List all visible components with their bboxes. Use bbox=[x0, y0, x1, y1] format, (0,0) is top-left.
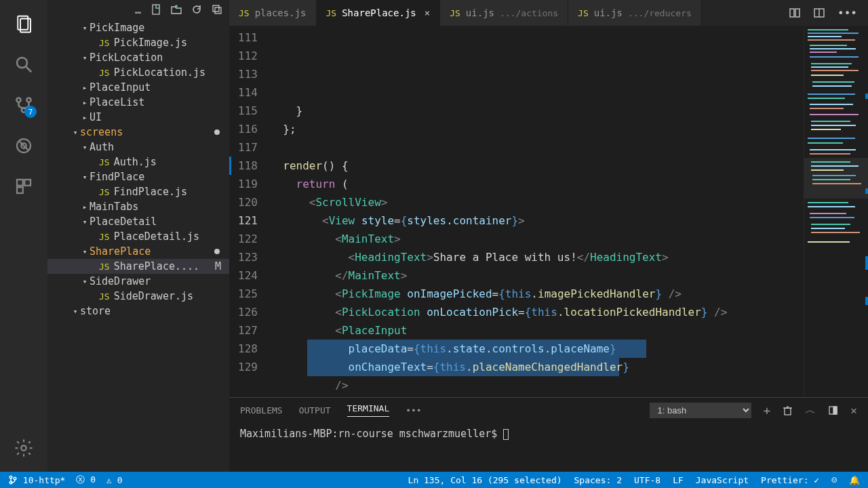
file-item[interactable]: JSPickImage.js bbox=[47, 35, 229, 50]
svg-rect-25 bbox=[810, 45, 847, 46]
folder-item[interactable]: ▾FindPlace bbox=[47, 169, 229, 184]
git-branch[interactable]: 10-http* bbox=[8, 475, 65, 485]
language-status[interactable]: JavaScript bbox=[696, 475, 749, 485]
code-content[interactable]: } }; render() { return ( <ScrollView> <V… bbox=[270, 26, 804, 397]
close-tab-icon[interactable]: × bbox=[425, 7, 430, 18]
panel-up-icon[interactable]: ︿ bbox=[805, 403, 816, 418]
overflow-icon[interactable]: … bbox=[135, 4, 141, 16]
editor-tabs: JSplaces.jsJSSharePlace.js×JSui.js.../ac… bbox=[229, 0, 868, 26]
activity-bar: 7 bbox=[0, 0, 47, 472]
folder-item[interactable]: ▾store bbox=[47, 304, 229, 319]
svg-rect-34 bbox=[812, 85, 852, 87]
encoding-status[interactable]: UTF-8 bbox=[634, 475, 660, 485]
folder-item[interactable]: ▾PlaceDetail bbox=[47, 214, 229, 229]
svg-rect-32 bbox=[811, 75, 844, 76]
svg-rect-46 bbox=[810, 153, 850, 155]
terminal-content[interactable]: Maximilians-MBP:rn-course mschwarzmuelle… bbox=[229, 422, 868, 445]
refresh-icon[interactable] bbox=[191, 4, 202, 16]
folder-item[interactable]: ▾SideDrawer bbox=[47, 274, 229, 289]
svg-rect-33 bbox=[812, 81, 854, 83]
file-item[interactable]: JSFindPlace.js bbox=[47, 184, 229, 199]
minimap[interactable] bbox=[804, 26, 868, 397]
folder-item[interactable]: ▾PickLocation bbox=[47, 50, 229, 65]
folder-item[interactable]: ▾screens bbox=[47, 125, 229, 140]
svg-rect-61 bbox=[808, 241, 850, 243]
svg-rect-57 bbox=[810, 217, 854, 218]
notifications-icon[interactable]: 🔔 bbox=[849, 475, 860, 485]
editor-tab[interactable]: JSplaces.js bbox=[229, 0, 317, 26]
svg-rect-26 bbox=[810, 48, 856, 49]
editor-tab[interactable]: JSSharePlace.js× bbox=[317, 0, 441, 26]
more-icon[interactable]: ••• bbox=[837, 7, 857, 20]
folder-item[interactable]: ▸MainTabs bbox=[47, 199, 229, 214]
terminal-selector[interactable]: 1: bash bbox=[650, 403, 751, 418]
folder-item[interactable]: ▸PlaceInput bbox=[47, 80, 229, 95]
panel-tab-problems[interactable]: PROBLEMS bbox=[240, 405, 283, 415]
new-terminal-icon[interactable]: + bbox=[764, 403, 771, 418]
folder-item[interactable]: ▾Auth bbox=[47, 140, 229, 155]
new-folder-icon[interactable] bbox=[171, 4, 182, 16]
panel-tab-terminal[interactable]: TERMINAL bbox=[347, 403, 390, 417]
folder-item[interactable]: ▸PlaceList bbox=[47, 95, 229, 110]
editor-body[interactable]: 1111121131141151161171181191201211221231… bbox=[229, 26, 868, 397]
explorer-icon[interactable] bbox=[14, 14, 34, 34]
svg-rect-49 bbox=[811, 165, 859, 167]
split-icon[interactable] bbox=[813, 7, 825, 19]
file-item[interactable]: JSPlaceDetail.js bbox=[47, 229, 229, 244]
source-control-icon[interactable]: 7 bbox=[14, 95, 34, 115]
folder-item[interactable]: ▾PickImage bbox=[47, 20, 229, 35]
file-item[interactable]: JSSideDrawer.js bbox=[47, 289, 229, 304]
cursor-position[interactable]: Ln 135, Col 16 (295 selected) bbox=[408, 475, 562, 485]
collapse-icon[interactable] bbox=[212, 4, 222, 16]
status-warnings[interactable]: ⚠ 0 bbox=[106, 475, 122, 485]
settings-gear-icon[interactable] bbox=[14, 438, 34, 458]
panel-tab-output[interactable]: OUTPUT bbox=[299, 405, 331, 415]
svg-rect-27 bbox=[810, 52, 837, 53]
bottom-panel: PROBLEMS OUTPUT TERMINAL ••• 1: bash + ︿… bbox=[229, 397, 868, 472]
svg-rect-70 bbox=[833, 407, 837, 414]
feedback-icon[interactable]: ☺ bbox=[831, 475, 837, 485]
search-icon[interactable] bbox=[14, 54, 34, 75]
svg-rect-28 bbox=[810, 56, 859, 58]
svg-point-13 bbox=[21, 445, 26, 451]
file-item[interactable]: JSPickLocation.js bbox=[47, 65, 229, 80]
file-item[interactable]: JSSharePlace....M bbox=[47, 259, 229, 274]
svg-rect-53 bbox=[812, 183, 861, 184]
svg-rect-60 bbox=[811, 232, 860, 233]
status-errors[interactable]: ⓧ 0 bbox=[76, 474, 96, 486]
editor-tab[interactable]: JSui.js.../reducers bbox=[568, 0, 702, 26]
new-file-icon[interactable] bbox=[151, 4, 161, 16]
svg-rect-45 bbox=[810, 149, 856, 150]
maximize-panel-icon[interactable] bbox=[828, 405, 838, 415]
editor-tab[interactable]: JSui.js.../actions bbox=[440, 0, 568, 26]
svg-rect-15 bbox=[213, 5, 219, 12]
svg-rect-55 bbox=[808, 206, 855, 207]
svg-point-5 bbox=[26, 98, 31, 102]
debug-icon[interactable] bbox=[14, 136, 34, 156]
svg-rect-22 bbox=[808, 33, 859, 34]
svg-rect-56 bbox=[810, 213, 846, 214]
svg-rect-54 bbox=[808, 202, 848, 203]
svg-line-3 bbox=[26, 67, 32, 73]
svg-rect-37 bbox=[810, 104, 853, 105]
status-bar: 10-http* ⓧ 0 ⚠ 0 Ln 135, Col 16 (295 sel… bbox=[0, 472, 868, 488]
svg-line-8 bbox=[19, 141, 29, 151]
folder-item[interactable]: ▾SharePlace bbox=[47, 244, 229, 259]
folder-item[interactable]: ▸UI bbox=[47, 110, 229, 125]
panel-tab-more[interactable]: ••• bbox=[406, 405, 421, 415]
compare-icon[interactable] bbox=[789, 7, 801, 19]
extensions-icon[interactable] bbox=[14, 176, 34, 197]
svg-rect-58 bbox=[811, 224, 850, 225]
prettier-status[interactable]: Prettier: ✓ bbox=[761, 475, 819, 485]
svg-rect-51 bbox=[812, 175, 856, 176]
svg-rect-16 bbox=[215, 7, 221, 14]
svg-point-73 bbox=[14, 477, 16, 480]
close-panel-icon[interactable]: ✕ bbox=[850, 404, 857, 417]
kill-terminal-icon[interactable] bbox=[783, 405, 793, 415]
file-item[interactable]: JSAuth.js bbox=[47, 155, 229, 169]
indent-status[interactable]: Spaces: 2 bbox=[574, 475, 622, 485]
eol-status[interactable]: LF bbox=[673, 475, 684, 485]
svg-rect-11 bbox=[24, 180, 31, 186]
svg-rect-59 bbox=[811, 228, 845, 229]
explorer-toolbar: … bbox=[47, 0, 229, 20]
